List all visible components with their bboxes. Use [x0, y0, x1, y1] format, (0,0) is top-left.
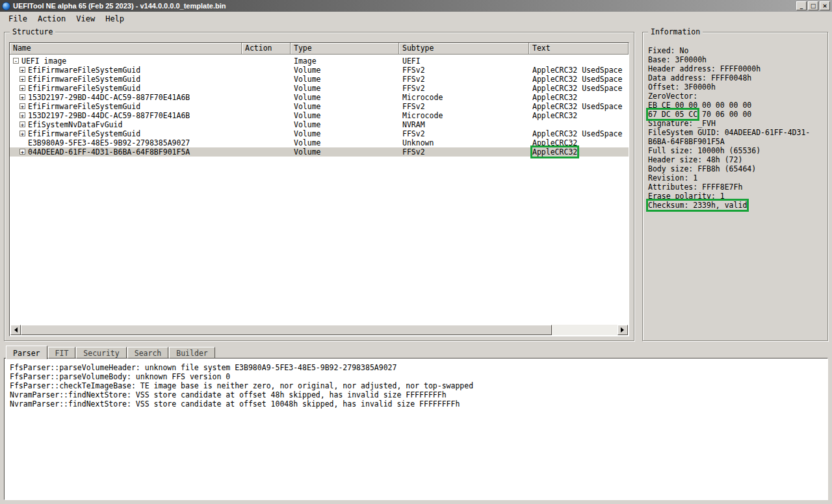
parser-message[interactable]: FfsParser::checkTeImageBase: TE image ba… — [10, 381, 822, 390]
text-cell: AppleCRC32 UsedSpace — [529, 84, 629, 93]
column-header-name[interactable]: Name — [10, 43, 242, 55]
expand-icon[interactable]: + — [20, 149, 25, 155]
scrollbar-track[interactable] — [552, 325, 618, 335]
titlebar: UEFITool NE alpha 65 (Feb 25 2023) - v14… — [0, 0, 832, 12]
menu-action[interactable]: Action — [32, 13, 71, 25]
info-line: Fixed: No — [648, 46, 814, 55]
row-name: EfiFirmwareFileSystemGuid — [28, 75, 140, 84]
info-text: Full size: 10000h (65536) — [648, 146, 760, 155]
expand-icon[interactable]: + — [20, 67, 25, 73]
subtype-cell: FFSv2 — [399, 75, 529, 84]
expand-icon[interactable]: + — [20, 103, 25, 109]
scroll-right-icon — [621, 327, 627, 333]
row-name: 04ADEEAD-61FF-4D31-B6BA-64F8BF901F5A — [28, 147, 190, 157]
column-header-action[interactable]: Action — [242, 43, 291, 55]
tree-row[interactable]: +EfiFirmwareFileSystemGuidVolumeFFSv2App… — [10, 129, 629, 138]
expand-icon[interactable]: + — [20, 94, 25, 100]
tree-row[interactable]: +153D2197-29BD-44DC-AC59-887F70E41A6BVol… — [10, 111, 629, 120]
tree-row[interactable]: E3B980A9-5FE3-48E5-9B92-2798385A9027Volu… — [10, 138, 629, 147]
tree-row[interactable]: +EfiFirmwareFileSystemGuidVolumeFFSv2App… — [10, 84, 629, 93]
tab-fit[interactable]: FIT — [48, 347, 76, 359]
type-cell: Volume — [291, 84, 399, 93]
tree-row[interactable]: +EfiFirmwareFileSystemGuidVolumeFFSv2App… — [10, 102, 629, 111]
row-text: AppleCRC32 UsedSpace — [532, 102, 622, 111]
app-icon — [2, 2, 10, 10]
action-cell — [242, 120, 291, 129]
info-line: Revision: 1 — [648, 173, 814, 183]
tab-security[interactable]: Security — [76, 347, 126, 359]
tree-row[interactable]: +153D2197-29BD-44DC-AC59-887F70E41A6BVol… — [10, 93, 629, 102]
close-button[interactable]: × — [820, 1, 830, 10]
subtype-cell: FFSv2 — [399, 66, 529, 75]
scroll-left-icon — [12, 327, 18, 333]
tree-row[interactable]: +EfiSystemNvDataFvGuidVolumeNVRAM — [10, 120, 629, 129]
type-cell: Volume — [291, 66, 399, 75]
row-name: 153D2197-29BD-44DC-AC59-887F70E41A6B — [28, 93, 190, 102]
name-cell: +EfiSystemNvDataFvGuid — [10, 120, 242, 129]
parser-message[interactable]: FfsParser::parseVolumeBody: unknown FFS … — [10, 372, 822, 381]
text-cell: AppleCRC32 UsedSpace — [529, 75, 629, 84]
text-cell — [529, 120, 629, 129]
horizontal-scrollbar[interactable] — [10, 325, 628, 335]
parser-messages: FfsParser::parseVolumeHeader: unknown fi… — [4, 358, 828, 500]
tree-row[interactable]: -UEFI imageImageUEFI — [10, 57, 629, 66]
text-cell: AppleCRC32 — [529, 147, 629, 157]
expand-icon[interactable]: + — [20, 121, 25, 127]
info-text: Body size: FFB8h (65464) — [648, 164, 756, 173]
info-text: 70 06 00 00 — [697, 110, 751, 119]
name-cell: +04ADEEAD-61FF-4D31-B6BA-64F8BF901F5A — [10, 147, 242, 157]
expand-icon[interactable]: + — [20, 131, 25, 136]
info-line: Data address: FFFF0048h — [648, 73, 814, 82]
row-name: EfiFirmwareFileSystemGuid — [28, 66, 140, 75]
expand-icon[interactable]: + — [20, 85, 25, 91]
scrollbar-thumb[interactable] — [21, 325, 552, 335]
tab-builder[interactable]: Builder — [169, 347, 214, 359]
column-header-text[interactable]: Text — [529, 43, 629, 55]
menu-view[interactable]: View — [71, 13, 100, 25]
menu-help[interactable]: Help — [100, 13, 129, 25]
row-name: E3B980A9-5FE3-48E5-9B92-2798385A9027 — [28, 138, 190, 147]
glyph-spacer — [20, 139, 25, 145]
text-cell: AppleCRC32 — [529, 138, 629, 147]
text-cell: AppleCRC32 UsedSpace — [529, 66, 629, 75]
tree-row[interactable]: +04ADEEAD-61FF-4D31-B6BA-64F8BF901F5AVol… — [10, 147, 629, 157]
info-line: FileSystem GUID: 04ADEEAD-61FF-4D31-B6BA… — [648, 128, 814, 146]
info-text: Header size: 48h (72) — [648, 155, 742, 164]
expand-icon[interactable]: + — [20, 112, 25, 118]
row-text: AppleCRC32 UsedSpace — [532, 66, 622, 75]
tab-parser[interactable]: Parser — [6, 346, 47, 359]
subtype-cell: Microcode — [399, 93, 529, 102]
subtype-cell: FFSv2 — [399, 147, 529, 157]
parser-message[interactable]: FfsParser::parseVolumeHeader: unknown fi… — [10, 363, 822, 372]
name-cell: +EfiFirmwareFileSystemGuid — [10, 129, 242, 138]
tree-row[interactable]: +EfiFirmwareFileSystemGuidVolumeFFSv2App… — [10, 66, 629, 75]
row-name: EfiFirmwareFileSystemGuid — [28, 102, 140, 111]
structure-panel: Structure NameActionTypeSubtypeText -UEF… — [4, 32, 634, 341]
menu-file[interactable]: File — [3, 13, 32, 25]
information-label: Information — [648, 27, 703, 36]
info-line: Checksum: 2339h, valid — [648, 201, 814, 210]
scroll-right-button[interactable] — [618, 325, 628, 335]
collapse-icon[interactable]: - — [13, 58, 19, 64]
info-line: EB CE 00 00 00 00 00 00 — [648, 101, 814, 110]
column-header-subtype[interactable]: Subtype — [399, 43, 529, 55]
type-cell: Volume — [291, 147, 399, 157]
name-cell: +EfiFirmwareFileSystemGuid — [10, 66, 242, 75]
row-name: EfiFirmwareFileSystemGuid — [28, 84, 140, 93]
info-text: EB CE 00 00 00 00 00 00 — [648, 101, 751, 110]
expand-icon[interactable]: + — [20, 76, 25, 82]
tree-row[interactable]: +EfiFirmwareFileSystemGuidVolumeFFSv2App… — [10, 75, 629, 84]
restore-button[interactable]: □ — [808, 1, 818, 10]
window-title: UEFITool NE alpha 65 (Feb 25 2023) - v14… — [13, 2, 796, 10]
subtype-cell: NVRAM — [399, 120, 529, 129]
parser-message[interactable]: NvramParser::findNextStore: VSS store ca… — [10, 399, 822, 409]
scroll-left-button[interactable] — [10, 325, 21, 335]
column-header-type[interactable]: Type — [291, 43, 399, 55]
parser-message[interactable]: NvramParser::findNextStore: VSS store ca… — [10, 390, 822, 399]
tab-search[interactable]: Search — [127, 347, 169, 359]
row-text: AppleCRC32 — [532, 111, 577, 120]
row-text: AppleCRC32 UsedSpace — [532, 75, 622, 84]
subtype-cell: FFSv2 — [399, 102, 529, 111]
minimize-button[interactable]: _ — [796, 1, 807, 10]
action-cell — [242, 129, 291, 138]
